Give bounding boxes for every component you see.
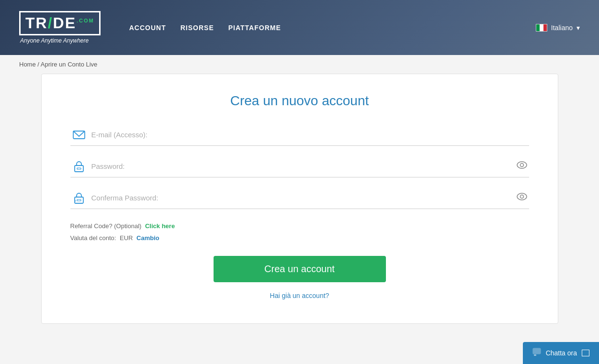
svg-point-4 bbox=[520, 164, 523, 167]
logo-box: TR/DE.COM bbox=[19, 11, 101, 35]
breadcrumb: Home / Aprire un Conto Live bbox=[0, 55, 599, 74]
email-input[interactable] bbox=[88, 128, 529, 142]
breadcrumb-current: Aprire un Conto Live bbox=[41, 61, 98, 68]
breadcrumb-home[interactable]: Home bbox=[19, 61, 36, 68]
currency-change-link[interactable]: Cambio bbox=[136, 234, 159, 242]
referral-link[interactable]: Click here bbox=[145, 222, 175, 230]
email-icon bbox=[70, 128, 88, 142]
currency-value: EUR bbox=[120, 234, 133, 242]
nav-piattaforme[interactable]: PIATTAFORME bbox=[228, 24, 281, 32]
flag-icon bbox=[536, 24, 547, 32]
svg-rect-10 bbox=[533, 348, 541, 354]
create-account-button[interactable]: Crea un account bbox=[214, 256, 386, 282]
login-link-row: Hai già un account? bbox=[70, 292, 529, 299]
confirm-password-icon bbox=[70, 191, 88, 205]
language-label: Italiano bbox=[551, 24, 573, 32]
confirm-password-input[interactable] bbox=[88, 191, 515, 205]
email-field-row bbox=[70, 128, 529, 146]
header: TR/DE.COM Anyone Anytime Anywhere ACCOUN… bbox=[0, 0, 599, 55]
logo-area: TR/DE.COM Anyone Anytime Anywhere bbox=[19, 11, 101, 44]
password-toggle-icon[interactable] bbox=[515, 159, 529, 173]
currency-label: Valuta del conto: bbox=[70, 234, 116, 242]
chat-button[interactable]: Chatta ora bbox=[523, 342, 599, 364]
currency-row: Valuta del conto: EUR Cambio bbox=[70, 234, 529, 242]
confirm-password-toggle-icon[interactable] bbox=[515, 191, 529, 205]
svg-rect-6 bbox=[77, 199, 81, 201]
nav-account[interactable]: ACCOUNT bbox=[129, 24, 166, 32]
chat-expand-icon[interactable] bbox=[582, 350, 589, 356]
svg-point-8 bbox=[517, 193, 527, 200]
title-highlight: nuovo bbox=[282, 93, 318, 108]
svg-point-3 bbox=[517, 162, 527, 168]
language-selector[interactable]: Italiano ▾ bbox=[536, 24, 580, 32]
form-title: Crea un nuovo account bbox=[70, 93, 529, 109]
confirm-password-field-row bbox=[70, 191, 529, 209]
form-card: Crea un nuovo account bbox=[41, 74, 558, 324]
chat-icon bbox=[532, 348, 541, 358]
login-link[interactable]: Hai già un account? bbox=[270, 292, 329, 299]
svg-rect-5 bbox=[75, 197, 83, 203]
referral-row: Referral Code? (Optional) Click here bbox=[70, 222, 529, 230]
chat-label: Chatta ora bbox=[546, 349, 577, 357]
referral-text: Referral Code? (Optional) bbox=[70, 222, 142, 230]
nav-risorse[interactable]: RISORSE bbox=[181, 24, 214, 32]
logo-text: TR/DE.COM bbox=[25, 14, 94, 32]
svg-rect-11 bbox=[534, 354, 536, 356]
main-nav: ACCOUNT RISORSE PIATTAFORME bbox=[129, 24, 536, 32]
password-input[interactable] bbox=[88, 159, 515, 173]
password-icon bbox=[70, 160, 88, 173]
svg-rect-1 bbox=[75, 165, 83, 172]
main-container: Crea un nuovo account bbox=[22, 74, 577, 324]
logo-tagline: Anyone Anytime Anywhere bbox=[19, 37, 101, 44]
password-field-row bbox=[70, 159, 529, 177]
svg-point-9 bbox=[520, 195, 523, 199]
svg-rect-2 bbox=[77, 168, 81, 169]
chevron-down-icon: ▾ bbox=[576, 24, 580, 32]
